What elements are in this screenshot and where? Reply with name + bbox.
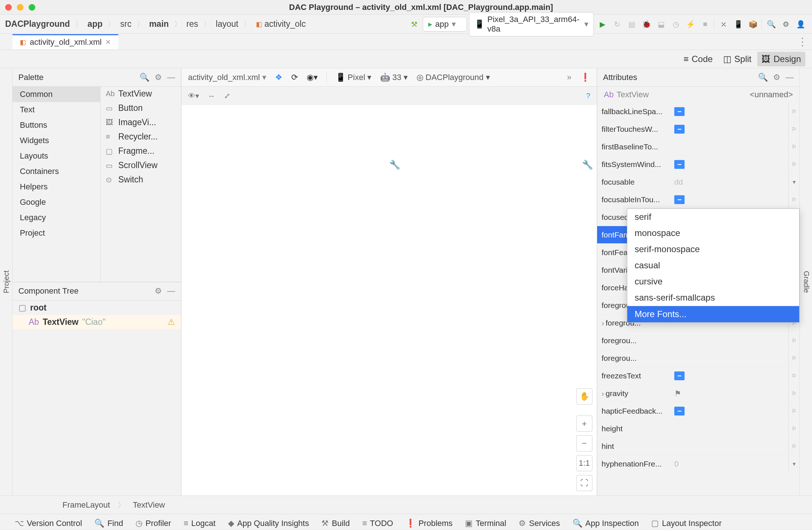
device-icon[interactable]: 📱 xyxy=(732,18,744,30)
breadcrumb-item[interactable]: layout xyxy=(216,19,238,29)
zoom-fit-icon[interactable]: ⛶ xyxy=(576,475,592,491)
arrows-icon[interactable]: ↔ xyxy=(208,92,215,100)
bottom-tool-button[interactable]: 🔍Find xyxy=(94,519,123,528)
breadcrumb-item[interactable]: app xyxy=(87,19,102,29)
error-icon[interactable]: ❗ xyxy=(580,73,590,82)
minimize-window-icon[interactable] xyxy=(17,4,24,11)
palette-category[interactable]: Text xyxy=(12,102,100,117)
hammer-icon[interactable]: ⚒ xyxy=(408,18,421,30)
sdk-icon[interactable]: 📦 xyxy=(747,18,759,30)
attribute-row[interactable]: focusabledd▼ xyxy=(597,173,800,191)
attribute-row[interactable]: height⚐ xyxy=(597,420,800,438)
search-icon[interactable]: 🔍 xyxy=(758,73,768,82)
close-icon[interactable]: ✕ xyxy=(105,38,111,46)
close-window-icon[interactable] xyxy=(5,4,12,11)
gear-icon[interactable]: ⚙ xyxy=(155,286,162,296)
dropdown-item[interactable]: serif-monospace xyxy=(627,241,799,257)
zoom-out-icon[interactable]: − xyxy=(576,435,592,451)
dropdown-toggle[interactable]: ▼ xyxy=(788,173,800,190)
palette-category[interactable]: Containers xyxy=(12,164,100,179)
zoom-11-icon[interactable]: 1:1 xyxy=(576,455,592,471)
dropdown-item[interactable]: sans-serif-smallcaps xyxy=(627,290,799,306)
theme-combo[interactable]: ◎ DACPlayground ▾ xyxy=(416,73,490,82)
dropdown-toggle[interactable]: ▼ xyxy=(788,455,800,472)
tree-row-root[interactable]: ▢ root xyxy=(12,301,181,315)
palette-category[interactable]: Helpers xyxy=(12,179,100,195)
minimize-icon[interactable]: — xyxy=(167,286,175,296)
palette-category[interactable]: Google xyxy=(12,195,100,210)
palette-category[interactable]: Buttons xyxy=(12,117,100,133)
search-icon[interactable]: 🔍 xyxy=(140,73,149,82)
bottom-tool-button[interactable]: ▣Terminal xyxy=(465,519,506,528)
palette-widget[interactable]: ▢Fragme... xyxy=(101,144,181,158)
view-code[interactable]: ≡Code xyxy=(679,52,717,66)
attribute-row[interactable]: ›gravity⚑⚐ xyxy=(597,385,800,402)
bottom-tool-button[interactable]: ≡TODO xyxy=(362,519,393,528)
bottom-tool-button[interactable]: ▢Layout Inspector xyxy=(651,519,722,528)
palette-category[interactable]: Layouts xyxy=(12,148,100,164)
zoom-icon[interactable]: ◉▾ xyxy=(307,73,318,82)
attach-icon[interactable]: ⬓ xyxy=(655,18,667,30)
palette-category[interactable]: Common xyxy=(12,87,100,102)
user-icon[interactable]: 👤 xyxy=(794,18,807,30)
run-config-combo[interactable]: ▸app▾ xyxy=(423,17,467,32)
api-combo[interactable]: 🤖 33 ▾ xyxy=(380,73,407,82)
more-icon[interactable]: » xyxy=(567,73,571,82)
design-canvas[interactable]: 🔧 🔧 ✋ ＋ − 1:1 ⛶ xyxy=(181,105,597,495)
palette-widget[interactable]: ⊙Switch xyxy=(101,173,181,187)
breadcrumb-root[interactable]: DACPlayground xyxy=(5,19,70,29)
run-icon[interactable]: ▶ xyxy=(596,18,609,30)
debug-icon[interactable]: 🐞 xyxy=(640,18,653,30)
breadcrumb-item[interactable]: activity_olc xyxy=(264,19,306,29)
attribute-row[interactable]: fitsSystemWind...−⚐ xyxy=(597,156,800,173)
file-tab[interactable]: ◧ activity_old_xml.xml ✕ xyxy=(12,34,118,49)
attribute-row[interactable]: firstBaselineTo...⚐ xyxy=(597,138,800,156)
settings-icon[interactable]: ⚙ xyxy=(780,18,792,30)
zoom-in-icon[interactable]: ＋ xyxy=(576,415,592,432)
palette-category[interactable]: Legacy xyxy=(12,210,100,225)
stop-icon[interactable]: ■ xyxy=(699,18,711,30)
attribute-row[interactable]: freezesText−⚐ xyxy=(597,367,800,385)
tree-row-textview[interactable]: Ab TextView "Ciao" ⚠ xyxy=(12,315,181,329)
breadcrumb-item[interactable]: res xyxy=(187,19,198,29)
rotate-icon[interactable]: ⟳ xyxy=(291,73,298,82)
bottom-tool-button[interactable]: ◆App Quality Insights xyxy=(228,519,309,528)
dropdown-item[interactable]: serif xyxy=(627,209,799,225)
hot-icon[interactable]: ⚡ xyxy=(684,18,697,30)
palette-widget[interactable]: ▭Button xyxy=(101,101,181,115)
palette-category[interactable]: Project xyxy=(12,225,100,241)
pan-icon[interactable]: ✋ xyxy=(576,388,592,404)
file-name-combo[interactable]: activity_old_xml.xml▾ xyxy=(188,73,266,82)
attribute-row[interactable]: filterTouchesW...−⚐ xyxy=(597,120,800,138)
palette-widget[interactable]: ▭ScrollView xyxy=(101,158,181,173)
palette-widget[interactable]: 🖼ImageVi... xyxy=(101,115,181,130)
attribute-row[interactable]: hyphenationFre...0▼ xyxy=(597,455,800,473)
palette-widget[interactable]: ≡Recycler... xyxy=(101,130,181,144)
help-icon[interactable]: ? xyxy=(586,92,590,100)
gear-icon[interactable]: ⚙ xyxy=(155,73,162,82)
bottom-tool-button[interactable]: ◷Profiler xyxy=(136,519,171,528)
vcs-icon[interactable]: ⤫ xyxy=(717,18,730,30)
crumb-item[interactable]: TextView xyxy=(133,500,165,510)
attribute-row[interactable]: fallbackLineSpa...−⚐ xyxy=(597,103,800,120)
bottom-tool-button[interactable]: ⌥Version Control xyxy=(15,519,82,528)
bottom-tool-button[interactable]: ≡Logcat xyxy=(184,519,216,528)
expand-icon[interactable]: ⤢ xyxy=(224,91,230,100)
tab-menu-icon[interactable]: ⋮ xyxy=(797,36,808,48)
minimize-icon[interactable]: — xyxy=(786,73,794,82)
attribute-row[interactable]: focusableInTou...−⚐ xyxy=(597,191,800,208)
view-split[interactable]: ◫Split xyxy=(719,52,756,66)
breadcrumb-item[interactable]: src xyxy=(120,19,131,29)
bottom-tool-button[interactable]: 🔍App Inspection xyxy=(573,519,639,528)
bottom-tool-button[interactable]: ⚒Build xyxy=(321,519,350,528)
rail-gradle[interactable]: Gradle xyxy=(802,73,811,491)
breadcrumb-item[interactable]: main xyxy=(149,19,169,29)
zoom-window-icon[interactable] xyxy=(29,4,35,11)
bottom-tool-button[interactable]: ❗Problems xyxy=(405,519,452,528)
bottom-tool-button[interactable]: ⚙Services xyxy=(519,519,560,528)
dropdown-item[interactable]: cursive xyxy=(627,273,799,290)
rerun-icon[interactable]: ↻ xyxy=(611,18,623,30)
minimize-icon[interactable]: — xyxy=(167,73,175,82)
eye-icon[interactable]: 👁▾ xyxy=(188,91,199,100)
attribute-row[interactable]: hint⚐ xyxy=(597,438,800,455)
